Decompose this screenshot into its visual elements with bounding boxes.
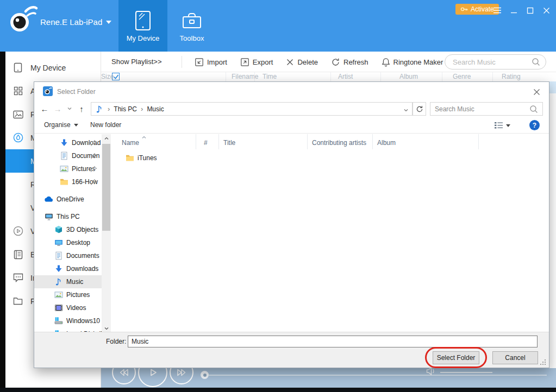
cancel-button[interactable]: Cancel — [492, 351, 538, 364]
folder-icon — [126, 154, 134, 162]
music-icon — [12, 132, 24, 143]
menu-icon — [493, 7, 502, 14]
blank-icon — [12, 156, 24, 167]
tree-item[interactable]: Downloads — [34, 262, 102, 275]
refresh-button[interactable] — [413, 102, 426, 116]
main-tab[interactable]: My Device — [118, 0, 167, 52]
music-search-box[interactable] — [445, 54, 546, 69]
folder-name-input[interactable] — [128, 336, 538, 347]
apps-icon — [12, 86, 24, 97]
tree-item[interactable]: Windows10 ( — [34, 314, 102, 327]
folder-tree: Download Documen Pictures 166-How — [34, 136, 102, 333]
music-toolbar: Show Playlist>> Import Export Delete Ref… — [101, 52, 556, 72]
chevron-down-icon — [74, 124, 78, 127]
dialog-search-input[interactable] — [435, 105, 529, 113]
volume-icon[interactable] — [426, 367, 437, 375]
window-control-button[interactable] — [491, 4, 504, 16]
column-header[interactable]: Name — [117, 134, 196, 149]
column-header[interactable]: Rating — [502, 73, 521, 80]
chevron-down-icon — [106, 21, 111, 24]
bell-icon — [382, 58, 390, 67]
dialog-app-icon — [43, 86, 53, 96]
column-header[interactable]: Title — [219, 134, 308, 149]
breadcrumb-segment[interactable]: › This PC — [104, 105, 137, 113]
select-folder-button[interactable]: Select Folder — [433, 351, 479, 364]
progress-thumb[interactable] — [201, 371, 209, 379]
organise-button[interactable]: Organise — [44, 121, 78, 129]
tab-label: My Device — [127, 34, 160, 42]
dialog-command-bar: Organise New folder ? — [34, 117, 549, 134]
window-control-button[interactable] — [523, 4, 536, 16]
tree-item[interactable]: Documen — [34, 149, 102, 162]
breadcrumb: › This PC › Music — [104, 105, 164, 113]
column-header[interactable]: Artist — [338, 73, 353, 80]
main-tab[interactable]: Toolbox — [167, 0, 216, 52]
column-header[interactable]: Contributing artists — [308, 134, 373, 149]
videos-icon — [12, 226, 24, 237]
column-header[interactable]: Size — [101, 73, 114, 80]
address-bar[interactable]: › This PC › Music — [91, 102, 413, 116]
tree-item[interactable]: Pictures — [34, 288, 102, 301]
tree-item[interactable]: Documents — [34, 249, 102, 262]
music-list-edge — [549, 81, 556, 368]
device-selector[interactable]: Rene.E Lab-iPad — [40, 17, 111, 27]
resize-grip[interactable] — [545, 364, 546, 365]
tree-item[interactable]: Music — [34, 275, 102, 288]
window-control-button[interactable] — [507, 4, 520, 16]
pin-icon — [90, 179, 97, 186]
dialog-search-box[interactable] — [430, 102, 543, 116]
volume-slider[interactable] — [440, 372, 492, 373]
sidebar-item[interactable]: My Device — [5, 56, 101, 79]
file-list: Name # Title Contributing artists Album … — [117, 134, 549, 333]
dialog-title: Select Folder — [57, 88, 96, 96]
column-header[interactable]: # — [196, 134, 219, 149]
forward-button[interactable]: → — [52, 103, 64, 115]
tree-item[interactable]: 166-How — [34, 175, 102, 188]
tree-item[interactable]: 3D Objects — [34, 223, 102, 236]
files-icon — [12, 296, 24, 307]
tree-item[interactable]: OneDrive — [34, 193, 102, 206]
tree-scrollbar[interactable] — [102, 134, 111, 333]
file-list-item[interactable]: iTunes — [117, 151, 157, 165]
history-dropdown-button[interactable] — [64, 103, 76, 115]
help-button[interactable]: ? — [529, 120, 540, 130]
delete-icon — [286, 58, 294, 66]
toolbar-action-button[interactable]: Import — [195, 58, 227, 67]
select-folder-dialog: Select Folder ← → ↑ › This PC › Music — [34, 81, 549, 368]
progress-track[interactable] — [209, 375, 547, 376]
toolbar-action-button[interactable]: Refresh — [331, 58, 368, 67]
toolbar-action-button[interactable]: Ringtone Maker — [382, 58, 443, 67]
toolbar-action-button[interactable]: Export — [240, 58, 273, 67]
music-note-icon — [54, 277, 63, 286]
tree-item[interactable]: Desktop — [34, 236, 102, 249]
up-button[interactable]: ↑ — [76, 103, 88, 115]
new-folder-button[interactable]: New folder — [90, 121, 121, 129]
dialog-close-button[interactable] — [532, 87, 541, 97]
tree-item[interactable]: Pictures — [34, 162, 102, 175]
tree-item[interactable]: Download — [34, 136, 102, 149]
column-header[interactable]: Album — [373, 134, 479, 149]
dialog-footer: Folder: Select Folder Cancel — [34, 332, 549, 368]
window-control-button[interactable] — [540, 4, 553, 16]
view-mode-button[interactable] — [494, 122, 510, 129]
player-bar — [101, 368, 556, 388]
breadcrumb-segment[interactable]: › Music — [137, 105, 164, 113]
cube-icon — [54, 225, 63, 234]
scroll-up-icon[interactable] — [102, 134, 111, 143]
column-header[interactable]: Genre — [453, 73, 471, 80]
download-icon — [54, 264, 63, 273]
file-list-header: Name # Title Contributing artists Album — [117, 134, 549, 149]
books-icon — [12, 249, 24, 260]
back-button[interactable]: ← — [39, 103, 51, 115]
app-header: Rene.E Lab-iPad My Device Toolbox Activa… — [0, 0, 556, 52]
tree-item[interactable]: This PC — [34, 210, 102, 223]
address-dropdown-icon[interactable] — [403, 108, 409, 113]
column-header[interactable]: Time — [263, 73, 277, 80]
toolbar-action-button[interactable]: Delete — [286, 58, 318, 66]
scrollbar-thumb[interactable] — [102, 144, 110, 231]
tree-item[interactable]: Videos — [34, 301, 102, 314]
show-playlist-button[interactable]: Show Playlist>> — [111, 52, 162, 72]
column-header[interactable]: Album — [399, 73, 418, 80]
screen: Rene.E Lab-iPad My Device Toolbox Activa… — [0, 0, 556, 392]
music-search-input[interactable] — [453, 58, 532, 66]
